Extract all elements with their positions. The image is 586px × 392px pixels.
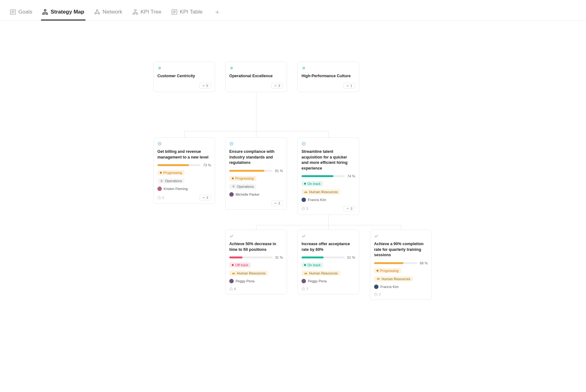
status-label: Progressing	[380, 269, 399, 273]
kpi-title: Increase offer acceptance rate by 60%	[302, 241, 355, 252]
overdue-count: 7	[379, 293, 381, 297]
chart-icon	[229, 234, 234, 238]
gear-icon	[232, 185, 235, 188]
expand-toggle[interactable]: 5	[199, 83, 211, 89]
progress-value: 68 %	[420, 261, 428, 265]
owner-name: Michelle Parker	[236, 193, 260, 196]
tag-label: Human Resources	[382, 277, 410, 281]
chevron-down-icon	[274, 202, 277, 204]
tab-network[interactable]: Network	[93, 6, 123, 20]
svg-point-22	[303, 68, 304, 68]
list-icon	[10, 9, 16, 15]
owner: Peggy Pena	[302, 279, 355, 283]
clock-icon	[302, 207, 305, 210]
avatar	[374, 285, 378, 289]
collapse-toggle[interactable]: 3	[343, 206, 355, 211]
department-tag: Operations	[157, 178, 185, 183]
tab-goals[interactable]: Goals	[9, 6, 33, 20]
owner: Francis Kim	[302, 198, 355, 202]
expand-toggle[interactable]: 3	[199, 195, 211, 200]
pillar-title: Customer Centricity	[157, 73, 211, 79]
avatar	[229, 279, 234, 283]
tag-label: Human Resources	[309, 271, 338, 275]
svg-point-9	[98, 13, 100, 14]
tab-label: Goals	[18, 9, 32, 15]
owner: Michelle Parker	[229, 192, 283, 197]
compass-icon	[157, 141, 162, 146]
kpi-card[interactable]: Achieve a 90% completion rate for quarte…	[370, 230, 432, 300]
status-label: On track	[308, 182, 321, 186]
progress: 31 %	[229, 256, 283, 259]
owner-name: Francis Kim	[308, 198, 326, 202]
child-count: 3	[278, 84, 280, 88]
svg-point-20	[231, 68, 232, 68]
overdue-badge: 7	[302, 287, 308, 291]
svg-point-27	[233, 186, 234, 187]
department-tag: Human Resources	[302, 189, 340, 194]
svg-rect-4	[44, 9, 46, 11]
connector	[401, 225, 401, 230]
child-count: 1	[350, 84, 352, 88]
status-badge: Progressing	[229, 176, 256, 181]
department-tag: Operations	[229, 184, 256, 189]
status-label: Progressing	[235, 176, 254, 180]
tab-label: Network	[103, 9, 122, 15]
progress-value: 51 %	[347, 256, 355, 259]
tab-strategy-map[interactable]: Strategy Map	[41, 6, 85, 20]
crown-icon	[232, 272, 235, 275]
collapse-toggle[interactable]: 3	[271, 83, 283, 89]
kpi-card[interactable]: Achieve 50% decrease in time to fill pos…	[225, 230, 287, 294]
child-count: 3	[278, 201, 280, 205]
clock-icon	[302, 287, 305, 291]
compass-icon	[229, 141, 234, 146]
svg-point-8	[95, 13, 96, 14]
chevron-up-icon	[274, 85, 277, 87]
target-icon	[302, 66, 306, 70]
kpi-card[interactable]: Increase offer acceptance rate by 60% 51…	[297, 230, 359, 294]
progress-value: 31 %	[275, 256, 283, 259]
progress-value: 73 %	[203, 163, 211, 167]
overdue-count: 1	[306, 207, 308, 210]
svg-point-18	[159, 68, 160, 68]
status-label: Progressing	[163, 171, 182, 175]
overdue-count: 1	[162, 196, 164, 199]
tag-label: Operations	[165, 179, 182, 183]
status-badge: Progressing	[374, 268, 401, 273]
chart-icon	[374, 234, 378, 238]
pillar-card[interactable]: Operational Excellence 3	[225, 62, 287, 92]
tab-label: KPI Tree	[141, 9, 161, 15]
pillar-card[interactable]: Customer Centricity 5	[153, 62, 215, 92]
pillar-title: Operational Excellence	[229, 73, 283, 79]
tag-label: Operations	[237, 185, 254, 188]
pillar-card[interactable]: High-Performance Culture 1	[297, 62, 359, 92]
tag-label: Human Resources	[309, 190, 338, 194]
svg-rect-11	[133, 13, 135, 14]
expand-toggle[interactable]: 3	[271, 200, 283, 206]
connector	[256, 225, 256, 230]
strategy-card[interactable]: Get billing and revenue management to a …	[153, 137, 215, 204]
connector	[256, 93, 256, 131]
child-count: 5	[206, 84, 208, 88]
network-icon	[94, 9, 100, 15]
tab-kpi-table[interactable]: KPI Table	[170, 6, 204, 20]
owner-name: Kristen Fleming	[164, 187, 188, 191]
expand-toggle[interactable]: 1	[343, 83, 355, 89]
connector	[184, 131, 185, 137]
owner-name: Peggy Pena	[308, 279, 327, 283]
chevron-down-icon	[202, 85, 205, 87]
tab-kpi-tree[interactable]: KPI Tree	[131, 6, 163, 20]
add-tab-button[interactable]: ＋	[211, 7, 223, 20]
svg-rect-10	[134, 9, 136, 11]
tag-label: Human Resources	[237, 271, 266, 275]
tab-label: KPI Table	[180, 9, 202, 15]
strategy-map-canvas[interactable]: Customer Centricity 5 Operational Excell…	[82, 21, 504, 304]
status-badge: Off track	[229, 262, 251, 268]
kpi-title: Achieve a 90% completion rate for quarte…	[374, 241, 428, 258]
child-count: 3	[206, 196, 208, 199]
svg-rect-12	[136, 13, 138, 14]
strategy-card[interactable]: Ensure compliance with industry standard…	[225, 137, 287, 210]
connector	[328, 131, 329, 137]
progress-value: 74 %	[347, 174, 355, 178]
avatar	[157, 187, 162, 191]
strategy-card[interactable]: Streamline talent acquisition for a quic…	[297, 137, 359, 215]
